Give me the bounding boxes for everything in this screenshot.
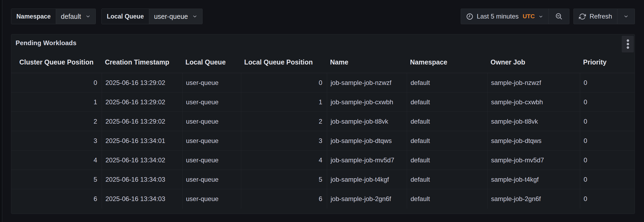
- pending-workloads-panel: Pending Workloads Cluster Queue Position…: [11, 34, 635, 214]
- table-cell-name: job-sample-job-t4kgf: [327, 170, 407, 189]
- table-cell-name: job-sample-job-mv5d7: [327, 151, 407, 170]
- table-cell-owner-job: sample-job-tl8vk: [487, 112, 580, 131]
- table-cell-local-queue-position: 1: [241, 92, 327, 112]
- table-cell-local-queue-position: 0: [241, 73, 327, 92]
- time-range-label: Last 5 minutes: [477, 13, 519, 20]
- dashboard-variables: Namespace default Local Queue user-queue: [11, 9, 203, 24]
- table-cell-local-queue: user-queue: [182, 151, 241, 170]
- time-picker-group: Last 5 minutes UTC: [461, 9, 569, 24]
- table-cell-owner-job: sample-job-mv5d7: [487, 151, 580, 170]
- table-cell-cluster-queue-position: 0: [11, 73, 102, 92]
- dashboard-toolbar: Namespace default Local Queue user-queue: [11, 9, 635, 24]
- variable-local-queue: Local Queue user-queue: [101, 9, 203, 24]
- table-cell-name: job-sample-job-tl8vk: [327, 112, 407, 131]
- clock-icon: [466, 13, 473, 20]
- table-cell-namespace: default: [407, 151, 487, 170]
- table-cell-local-queue: user-queue: [182, 170, 241, 189]
- timezone-label: UTC: [523, 13, 535, 20]
- table-cell-creation-timestamp: 2025-06-16 13:34:03: [102, 170, 182, 189]
- table-cell-local-queue: user-queue: [182, 73, 241, 92]
- table-cell-namespace: default: [407, 92, 487, 112]
- panel-menu-button[interactable]: [622, 36, 634, 52]
- table-row: 02025-06-16 13:29:02user-queue0job-sampl…: [11, 73, 635, 92]
- table-cell-priority: 0: [580, 170, 635, 189]
- table-cell-owner-job: sample-job-dtqws: [487, 131, 580, 150]
- table-cell-priority: 0: [580, 131, 635, 150]
- table-cell-creation-timestamp: 2025-06-16 13:34:02: [102, 151, 182, 170]
- table-row: 42025-06-16 13:34:02user-queue4job-sampl…: [11, 151, 635, 170]
- table-cell-local-queue: user-queue: [182, 112, 241, 131]
- chevron-down-icon: [85, 14, 91, 19]
- table-cell-local-queue-position: 6: [241, 189, 327, 209]
- column-header-local-queue-position[interactable]: Local Queue Position: [241, 51, 327, 73]
- table-cell-priority: 0: [580, 73, 635, 92]
- variable-namespace-select[interactable]: default: [56, 9, 96, 24]
- variable-local-queue-value: user-queue: [154, 13, 188, 20]
- variable-namespace-label: Namespace: [11, 9, 56, 24]
- refresh-label: Refresh: [590, 13, 612, 20]
- table-cell-local-queue-position: 2: [241, 112, 327, 131]
- table-cell-creation-timestamp: 2025-06-16 13:29:02: [102, 92, 182, 112]
- column-header-name[interactable]: Name: [327, 51, 407, 73]
- table-cell-cluster-queue-position: 2: [11, 112, 102, 131]
- table-cell-local-queue: user-queue: [182, 92, 241, 112]
- table-cell-cluster-queue-position: 3: [11, 131, 102, 150]
- column-header-namespace[interactable]: Namespace: [407, 51, 487, 73]
- table-row: 52025-06-16 13:34:03user-queue5job-sampl…: [11, 170, 635, 189]
- table-cell-priority: 0: [580, 92, 635, 112]
- variable-namespace-value: default: [61, 13, 81, 20]
- time-controls: Last 5 minutes UTC: [461, 9, 635, 24]
- column-header-priority[interactable]: Priority: [580, 51, 635, 73]
- table-cell-creation-timestamp: 2025-06-16 13:34:01: [102, 131, 182, 150]
- table-header-row: Cluster Queue PositionCreation Timestamp…: [11, 51, 635, 73]
- column-header-creation-timestamp[interactable]: Creation Timestamp: [102, 51, 182, 73]
- table-cell-creation-timestamp: 2025-06-16 13:34:03: [102, 189, 182, 209]
- table-cell-local-queue: user-queue: [182, 131, 241, 150]
- zoom-out-icon: [555, 13, 563, 20]
- kebab-menu-icon: [627, 39, 629, 49]
- table-cell-namespace: default: [407, 189, 487, 209]
- table-cell-priority: 0: [580, 189, 635, 209]
- table-cell-namespace: default: [407, 73, 487, 92]
- table-cell-local-queue: user-queue: [182, 189, 241, 209]
- table-cell-priority: 0: [580, 151, 635, 170]
- table-row: 22025-06-16 13:29:02user-queue2job-sampl…: [11, 112, 635, 131]
- table-cell-owner-job: sample-job-t4kgf: [487, 170, 580, 189]
- chevron-down-icon: [623, 14, 629, 19]
- panel-header: Pending Workloads: [11, 34, 635, 51]
- table-cell-name: job-sample-job-2gn6f: [327, 189, 407, 209]
- table-cell-owner-job: sample-job-cxwbh: [487, 92, 580, 112]
- table-cell-namespace: default: [407, 112, 487, 131]
- refresh-group: Refresh: [573, 9, 635, 24]
- time-range-picker[interactable]: Last 5 minutes UTC: [461, 9, 549, 24]
- pending-workloads-table: Cluster Queue PositionCreation Timestamp…: [11, 51, 635, 209]
- table-cell-local-queue-position: 3: [241, 131, 327, 150]
- table-row: 12025-06-16 13:29:02user-queue1job-sampl…: [11, 92, 635, 112]
- table-cell-cluster-queue-position: 1: [11, 92, 102, 112]
- table-cell-name: job-sample-job-dtqws: [327, 131, 407, 150]
- panel-title: Pending Workloads: [16, 39, 76, 47]
- column-header-owner-job[interactable]: Owner Job: [487, 51, 580, 73]
- table-cell-cluster-queue-position: 4: [11, 151, 102, 170]
- table-body: 02025-06-16 13:29:02user-queue0job-sampl…: [11, 73, 635, 209]
- refresh-button[interactable]: Refresh: [573, 9, 617, 24]
- chevron-down-icon: [538, 14, 543, 19]
- time-zoom-out-button[interactable]: [548, 9, 569, 24]
- table-cell-namespace: default: [407, 170, 487, 189]
- variable-local-queue-label: Local Queue: [102, 9, 149, 24]
- variable-namespace: Namespace default: [11, 9, 96, 24]
- table-cell-name: job-sample-job-cxwbh: [327, 92, 407, 112]
- table-cell-priority: 0: [580, 112, 635, 131]
- variable-local-queue-select[interactable]: user-queue: [149, 9, 202, 24]
- table-cell-creation-timestamp: 2025-06-16 13:29:02: [102, 112, 182, 131]
- table-row: 62025-06-16 13:34:03user-queue6job-sampl…: [11, 189, 635, 209]
- chevron-down-icon: [192, 14, 197, 19]
- column-header-cluster-queue-position[interactable]: Cluster Queue Position: [11, 51, 102, 73]
- column-header-local-queue[interactable]: Local Queue: [182, 51, 241, 73]
- table-cell-creation-timestamp: 2025-06-16 13:29:02: [102, 73, 182, 92]
- refresh-interval-dropdown[interactable]: [617, 9, 635, 24]
- table-cell-local-queue-position: 4: [241, 151, 327, 170]
- page-edge-divider: [2, 0, 2, 222]
- table-cell-owner-job: sample-job-nzwzf: [487, 73, 580, 92]
- table-cell-owner-job: sample-job-2gn6f: [487, 189, 580, 209]
